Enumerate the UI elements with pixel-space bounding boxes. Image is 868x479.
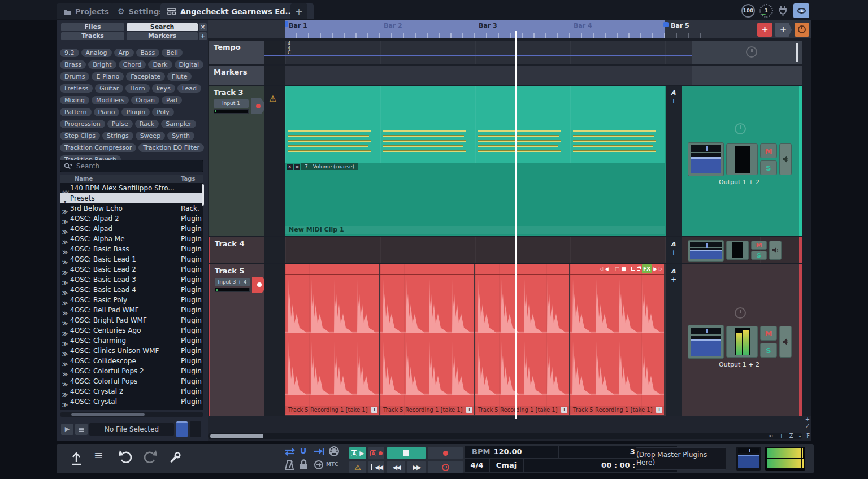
timeline-loop-region[interactable] xyxy=(285,20,665,38)
timeline-ruler[interactable]: Bar 1 Bar 2 Bar 3 Bar 4 Bar 5 + + xyxy=(208,20,811,38)
tag-pill[interactable]: Strings xyxy=(102,132,133,140)
audio-clip[interactable]: ◁ ◀ □ ■ FX ▶ ▷ Track 5 Recording 1 [take xyxy=(570,264,664,415)
tag-pill[interactable]: 9.2 xyxy=(60,49,79,57)
redo-icon[interactable] xyxy=(142,450,157,465)
browser-tab-markers[interactable]: Markers xyxy=(127,32,198,40)
add-take-button[interactable]: + xyxy=(561,407,567,413)
chase-icon[interactable] xyxy=(314,460,324,470)
search-field[interactable] xyxy=(60,160,203,172)
auto-play-button[interactable]: A▶ xyxy=(349,447,366,459)
search-input[interactable] xyxy=(75,162,188,171)
tag-pill[interactable]: E-Piano xyxy=(92,72,124,81)
take-label[interactable]: Track 5 Recording 1 [take 1] + xyxy=(285,406,379,414)
zoom-z-vertical-button[interactable]: Z xyxy=(804,423,811,430)
list-item[interactable]: 4OSC: Basic Lead 3 Plugin xyxy=(60,275,203,285)
knob-icon[interactable] xyxy=(735,123,746,134)
tag-pill[interactable]: Organ xyxy=(131,96,159,104)
countin-button[interactable] xyxy=(428,461,463,473)
audio-clip[interactable]: ◁ ◀ □ ■ FX ▶ ▷ Track 5 Recording 1 [take xyxy=(475,264,569,415)
track-3-lane[interactable]: × ≡ 7 - Volume (coarse) New MIDI Clip 1 … xyxy=(285,86,802,236)
loop-icon[interactable] xyxy=(284,448,296,456)
track-5-name[interactable]: Track 5 xyxy=(215,267,245,275)
mtc-label[interactable]: MTC xyxy=(326,461,338,467)
list-item[interactable]: 4OSC: Basic Bass Plugin xyxy=(60,244,203,254)
automation-a-button[interactable]: A xyxy=(671,241,676,248)
midi-clip[interactable]: × ≡ 7 - Volume (coarse) New MIDI Clip 1 xyxy=(285,86,665,235)
tag-pill[interactable]: Flute xyxy=(167,72,192,81)
tempo-track-header[interactable]: Tempo xyxy=(209,41,264,64)
list-item[interactable]: 4OSC: Basic Lead 1 Plugin xyxy=(60,254,203,264)
tag-pill[interactable]: Bright xyxy=(88,60,116,69)
waveform-zoom-icon[interactable]: ≈ xyxy=(769,433,773,439)
list-item[interactable]: 140 BPM Alex Sanfilippo Stro... xyxy=(60,183,203,193)
stop-icon[interactable]: ■ xyxy=(622,265,627,273)
tag-pill[interactable]: Chord xyxy=(119,60,146,69)
play-take-icon[interactable]: ▶ xyxy=(653,265,657,273)
track-3-name[interactable]: Track 3 xyxy=(214,88,244,97)
list-item[interactable]: 4OSC: Charming Plugin xyxy=(60,336,203,346)
playhead-cursor[interactable] xyxy=(515,31,517,419)
export-icon[interactable] xyxy=(70,451,83,465)
list-item[interactable]: 4OSC: Collidescope Plugin xyxy=(60,356,203,366)
track-3-mute-button[interactable]: M xyxy=(760,143,777,158)
tag-pill[interactable]: Bass xyxy=(136,49,160,57)
list-item[interactable]: 4OSC: Basic Lead 2 Plugin xyxy=(60,264,203,275)
marker-out-icon[interactable] xyxy=(663,22,669,27)
markers-track-header[interactable]: Markers xyxy=(209,66,264,85)
tag-pill[interactable]: Sampler xyxy=(161,120,196,128)
tag-pill[interactable]: Arp xyxy=(114,49,134,57)
time-signature-display[interactable]: 4/4 xyxy=(465,459,489,472)
track-5-output-label[interactable]: Output 1 + 2 xyxy=(685,361,793,368)
list-hscrollbar[interactable] xyxy=(60,412,203,417)
zoom-fit-button[interactable]: F xyxy=(806,433,810,439)
tag-pill[interactable]: Lead xyxy=(177,84,201,93)
list-item[interactable]: 4OSC: Colorful Pops Plugin xyxy=(60,376,203,386)
list-item[interactable]: 4OSC: Crystal 2 Plugin xyxy=(60,386,203,397)
track-4-solo-button[interactable]: S xyxy=(751,251,767,260)
list-item[interactable]: 4OSC: Bell Pad WMF Plugin xyxy=(60,305,203,315)
midi-clip-name[interactable]: New MIDI Clip 1 xyxy=(285,226,665,234)
play-outline-icon[interactable]: ▷ xyxy=(659,265,663,273)
bpm-display[interactable]: BPM120.00 xyxy=(465,446,558,458)
add-marker-button[interactable]: + xyxy=(757,23,772,37)
track-3-output-label[interactable]: Output 1 + 2 xyxy=(685,178,793,186)
tag-pill[interactable]: Pad xyxy=(162,96,182,104)
track-4-mute-button[interactable]: M xyxy=(751,241,767,250)
tag-pill[interactable]: Pulse xyxy=(107,120,133,128)
zoom-out-button[interactable]: - xyxy=(799,433,801,439)
list-scrollbar-thumb[interactable] xyxy=(202,184,204,206)
track-4-name[interactable]: Track 4 xyxy=(215,240,245,248)
list-item[interactable]: 4OSC: Basic Lead 4 Plugin xyxy=(60,285,203,295)
list-item[interactable]: 4OSC: Alpad 2 Plugin xyxy=(60,214,203,224)
track-4-monitor-button[interactable] xyxy=(769,241,782,260)
tempo-lane[interactable]: 44C xyxy=(285,41,802,64)
track-3-input-button[interactable]: Input 1 xyxy=(214,99,249,108)
take-label[interactable]: Track 5 Recording 1 [take 1] + xyxy=(380,406,474,414)
add-take-button[interactable]: + xyxy=(371,407,377,413)
tag-pill[interactable]: Plugin xyxy=(121,108,150,116)
tab-projects[interactable]: Projects xyxy=(57,3,116,19)
zoom-in-vertical-button[interactable]: + xyxy=(804,416,811,423)
forward-button[interactable]: ▶▶ xyxy=(407,461,426,473)
automation-a-button[interactable]: A xyxy=(671,268,676,275)
arrange-hscrollbar[interactable] xyxy=(208,433,802,439)
track-5-solo-button[interactable]: S xyxy=(760,343,777,358)
preview-volume-fader[interactable] xyxy=(176,421,188,437)
punch-icon[interactable] xyxy=(314,448,325,455)
list-item[interactable]: 4OSC: Colorful Pops 2 Plugin xyxy=(60,366,203,376)
tag-pill[interactable]: Horn xyxy=(125,84,149,93)
automation-param-label[interactable]: 7 - Volume (coarse) xyxy=(301,163,358,170)
tag-pill[interactable]: Brass xyxy=(60,60,86,69)
plug-icon[interactable] xyxy=(778,5,789,16)
list-item[interactable]: 3rd Below Echo Rack, xyxy=(60,203,203,214)
automation-knob-button[interactable] xyxy=(795,23,809,37)
menu-icon[interactable]: ≡ xyxy=(94,448,103,462)
track-5-lane[interactable]: ◁ ◀ □ ■ FX ▶ ▷ Track 5 Recording 1 [take xyxy=(285,264,802,416)
warning-icon[interactable]: ⚠ xyxy=(269,94,276,104)
tag-pill[interactable]: Modifiers xyxy=(92,96,129,104)
new-tab-button[interactable]: + xyxy=(290,3,307,19)
track-5-mute-button[interactable]: M xyxy=(760,326,777,341)
midi-din-icon[interactable] xyxy=(328,446,340,457)
track-4-lane[interactable]: A + M S xyxy=(285,237,802,263)
tag-pill[interactable]: Drums xyxy=(60,72,89,81)
